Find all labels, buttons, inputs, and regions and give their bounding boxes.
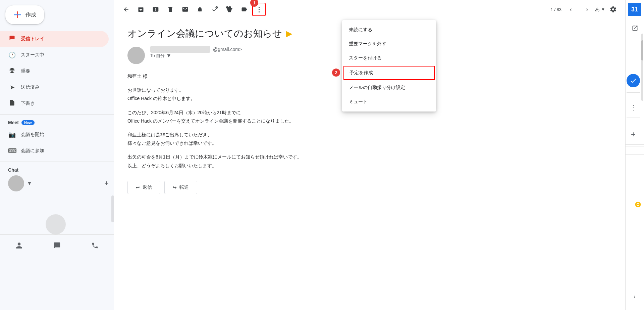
add-right-panel-button[interactable]: + bbox=[627, 128, 640, 141]
lang-label: あ bbox=[595, 6, 600, 12]
important-icon bbox=[8, 67, 16, 76]
forward-icon: ↪ bbox=[173, 185, 177, 190]
sidebar-item-important[interactable]: 重要 bbox=[0, 63, 109, 79]
toolbar: + 1 ⋮ 1 / 83 ‹ › あ ▼ bbox=[114, 0, 625, 19]
right-panel: 31 ⋮ + › bbox=[625, 0, 644, 310]
sender-email: ████████████ @gmail.com> bbox=[150, 47, 242, 52]
dropdown-item-create-event[interactable]: 予定を作成 bbox=[343, 66, 435, 80]
important-label: 重要 bbox=[21, 68, 30, 74]
back-button[interactable] bbox=[119, 3, 133, 16]
open-in-new-button[interactable] bbox=[628, 21, 642, 35]
camera-icon: 📷 bbox=[8, 131, 16, 138]
pagination-text: 1 / 83 bbox=[551, 7, 562, 12]
next-email-button[interactable]: › bbox=[580, 3, 594, 16]
archive-button[interactable] bbox=[134, 3, 148, 16]
main-scrollbar[interactable] bbox=[641, 34, 643, 101]
google-assistant-icon[interactable] bbox=[635, 201, 641, 208]
sidebar-bottom-tabs bbox=[0, 234, 114, 254]
move-button[interactable] bbox=[223, 3, 236, 16]
keyboard-icon: ⌨ bbox=[8, 147, 16, 154]
language-button[interactable]: あ ▼ bbox=[595, 6, 605, 12]
contacts-tab[interactable] bbox=[0, 237, 38, 254]
sidebar-item-snoozed[interactable]: 🕐 スヌーズ中 bbox=[0, 47, 109, 63]
sidebar-item-start-meeting[interactable]: 📷 会議を開始 bbox=[0, 127, 109, 143]
calendar-widget[interactable]: 31 bbox=[628, 3, 641, 16]
body-line-3: 和亜土様には是非ご出席していただき、様々なご意見をお伺いできれば幸いです。 bbox=[127, 131, 612, 147]
dropdown-menu: 未読にする 重要マークを外す スターを付ける 2 予定を作成 メールの自動振り分… bbox=[342, 20, 436, 112]
chat-avatar bbox=[8, 175, 24, 191]
collapse-panel-button[interactable]: › bbox=[631, 290, 638, 303]
sidebar: 作成 受信トレイ 🕐 スヌーズ中 重要 ➤ 送信済み 下書き bbox=[0, 0, 114, 310]
prev-email-button[interactable]: ‹ bbox=[564, 3, 578, 16]
meet-new-badge: New bbox=[21, 120, 35, 125]
sender-info: ████████████ @gmail.com> To 自分 ▼ bbox=[150, 47, 242, 59]
settings-button[interactable] bbox=[606, 3, 620, 16]
dropdown-item-mark-unread[interactable]: 未読にする bbox=[342, 23, 436, 37]
chat-label: Chat bbox=[8, 167, 109, 173]
dropdown-item-mute[interactable]: ミュート bbox=[342, 95, 436, 109]
google-tasks-icon[interactable] bbox=[627, 74, 640, 87]
right-panel-divider bbox=[630, 39, 640, 39]
compose-label: 作成 bbox=[25, 11, 36, 18]
snooze-button[interactable] bbox=[193, 3, 207, 16]
lang-dropdown-icon: ▼ bbox=[601, 7, 605, 12]
reply-icon: ↩ bbox=[136, 185, 140, 190]
label-button[interactable] bbox=[237, 3, 251, 16]
chat-bubble-tab[interactable] bbox=[38, 237, 76, 254]
reply-button[interactable]: ↩ 返信 bbox=[127, 181, 160, 194]
important-marker: ▶ bbox=[286, 29, 292, 38]
start-meeting-label: 会議を開始 bbox=[21, 132, 44, 138]
mark-read-button[interactable] bbox=[178, 3, 192, 16]
drafts-icon bbox=[8, 99, 16, 108]
sidebar-item-sent[interactable]: ➤ 送信済み bbox=[0, 79, 109, 95]
sidebar-scrollbar[interactable] bbox=[111, 195, 114, 222]
sidebar-nav: 受信トレイ 🕐 スヌーズ中 重要 ➤ 送信済み 下書き bbox=[0, 31, 114, 112]
more-right-panel-button[interactable]: ⋮ bbox=[627, 101, 640, 114]
forward-button[interactable]: ↪ 転送 bbox=[164, 181, 197, 194]
report-button[interactable] bbox=[149, 3, 162, 16]
snoozed-label: スヌーズ中 bbox=[21, 52, 44, 58]
dropdown-item-add-star[interactable]: スターを付ける bbox=[342, 51, 436, 65]
inbox-icon bbox=[8, 35, 16, 43]
add-task-button[interactable]: + bbox=[208, 3, 221, 16]
compose-button[interactable]: 作成 bbox=[5, 5, 44, 24]
to-field: To 自分 ▼ bbox=[150, 53, 242, 59]
dropdown-item-remove-important[interactable]: 重要マークを外す bbox=[342, 37, 436, 51]
dropdown-item-auto-filter[interactable]: メールの自動振り分け設定 bbox=[342, 81, 436, 95]
svg-text:+: + bbox=[216, 6, 217, 9]
email-actions: ↩ 返信 ↪ 転送 bbox=[127, 181, 612, 194]
inbox-label: 受信トレイ bbox=[21, 36, 44, 42]
join-meeting-label: 会議に参加 bbox=[21, 148, 44, 154]
chat-add-button[interactable]: + bbox=[104, 179, 109, 188]
chat-user-dropdown[interactable]: ▼ bbox=[27, 180, 32, 186]
pagination-area: 1 / 83 ‹ › bbox=[551, 3, 594, 16]
sidebar-item-join-meeting[interactable]: ⌨ 会議に参加 bbox=[0, 143, 109, 159]
compose-icon bbox=[13, 11, 21, 19]
phone-tab[interactable] bbox=[76, 237, 114, 254]
sidebar-divider-2 bbox=[0, 162, 114, 162]
sidebar-divider bbox=[0, 114, 114, 115]
sidebar-item-inbox[interactable]: 受信トレイ bbox=[0, 31, 109, 47]
svg-point-4 bbox=[635, 202, 641, 208]
sender-avatar bbox=[127, 47, 145, 64]
sent-icon: ➤ bbox=[8, 84, 16, 91]
delete-button[interactable] bbox=[164, 3, 177, 16]
sidebar-item-drafts[interactable]: 下書き bbox=[0, 95, 109, 112]
drafts-label: 下書き bbox=[21, 100, 35, 106]
body-line-4: 出欠の可否を6月1日（月）までに鈴木宛にメールにてお知らせ頂ければ幸いです。以上… bbox=[127, 153, 612, 170]
snoozed-icon: 🕐 bbox=[8, 51, 16, 59]
to-dropdown-icon[interactable]: ▼ bbox=[166, 53, 171, 59]
more-icon: ⋮ bbox=[256, 5, 262, 13]
sent-label: 送信済み bbox=[21, 84, 40, 90]
meet-section-label: Meet New bbox=[0, 117, 114, 127]
chat-section: Chat ▼ + bbox=[0, 165, 114, 191]
